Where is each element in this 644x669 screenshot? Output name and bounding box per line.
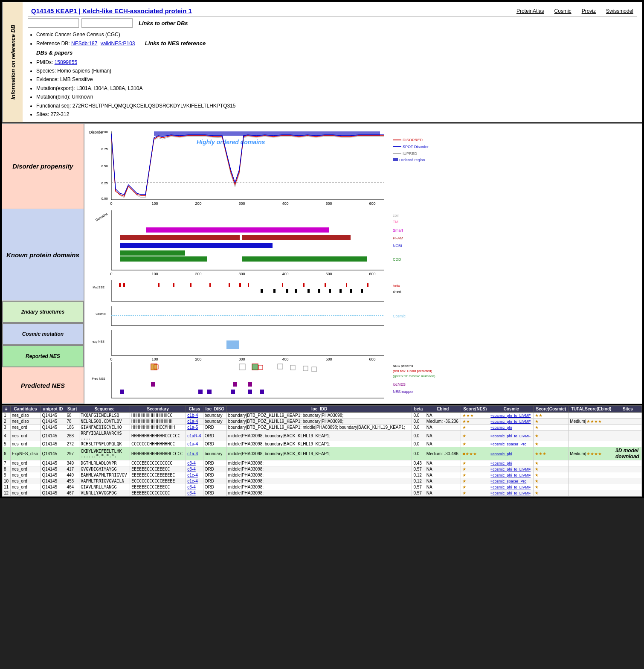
viz-label-column: Disorder propensity Known protein domain…	[2, 124, 84, 404]
table-row: 5 nes_ord Q14145 272 RCHSLTPNFLQMQLQK CC…	[3, 441, 642, 447]
svg-text:300: 300	[238, 357, 245, 361]
svg-rect-41	[273, 289, 276, 293]
svg-text:0.25: 0.25	[101, 181, 108, 185]
bullet-evidence: Evidence: LMB Sensitive	[36, 75, 637, 84]
db-link-proviz[interactable]: Proviz	[582, 8, 596, 14]
table-row: 7 nes_ord Q14145 349 DGTHLRLADLQVPR CCCC…	[3, 460, 642, 466]
expnes-bar	[226, 340, 239, 349]
svg-text:200: 200	[195, 201, 201, 206]
link-validnes[interactable]: validNES:P103	[101, 41, 135, 47]
table-row: 8 nes_ord Q14145 417 GVGVDIGHIYAYGG EEEE…	[3, 466, 642, 472]
table-row: 1 nes_diso Q14145 68 TKQAFGIINELRLSQ HHH…	[3, 413, 642, 419]
cdd-bar-1	[120, 250, 185, 256]
legend-ordered-label: Ordered region	[399, 158, 425, 162]
nesmapper-bar-4	[231, 390, 235, 394]
bullet-pmids: PMIDs: 15899855	[36, 58, 637, 67]
svg-rect-31	[209, 283, 211, 287]
pfam-bar-1	[120, 235, 240, 240]
bullet-species: Species: Homo sapiens (Human)	[36, 67, 637, 75]
col-ebind: Ebind	[425, 406, 461, 413]
table-row: 10 nes_ord Q14145 453 VAPMLTRRIGVGVAILN …	[3, 478, 642, 484]
title-bar: Q14145 KEAP1 | Kelch-like ECH-associated…	[28, 6, 637, 17]
bullet-refdb: Reference DB: NESdb:187 validNES:P103 Li…	[36, 39, 637, 58]
nes-box-4	[278, 364, 283, 369]
label-secondary: 2ndary structures	[2, 301, 84, 323]
label-domains: Known protein domains	[2, 209, 84, 301]
legend-smart: Smart	[393, 228, 403, 233]
table-row: 11 nes_ord Q14145 464 GIAVLNRLLYANGG EEE…	[3, 484, 642, 490]
db-link-proteinatlas[interactable]: ProteinAtlas	[516, 8, 544, 14]
empty-box-1	[28, 18, 79, 28]
label-disorder: Disorder propensity	[2, 124, 84, 209]
svg-text:300: 300	[238, 272, 245, 276]
svg-rect-27	[123, 283, 125, 287]
svg-text:200: 200	[195, 400, 201, 400]
svg-text:0: 0	[110, 272, 112, 276]
db-link-cosmic[interactable]: Cosmic	[554, 8, 571, 14]
svg-text:1.00: 1.00	[101, 130, 108, 134]
svg-rect-47	[339, 289, 342, 293]
prednes-chart: Pred-NES NES patterns (red box: Ebi	[92, 362, 435, 400]
legend-pfam: PFAM	[393, 236, 403, 240]
domains-chart: Domains 0 100 200 300 400 500 600 coil T…	[95, 210, 403, 276]
svg-text:500: 500	[325, 357, 332, 361]
disorder-chart: Disorder 1.00 0.75 0.50 0.25 0.00 0 100 …	[89, 130, 429, 206]
table-row: 2 nes_diso Q14145 78 NELRLSQQ.CDVTLQV HH…	[3, 419, 642, 425]
results-table-section: # Candidates uniprot ID Start Sequence S…	[2, 405, 642, 497]
svg-text:500: 500	[325, 201, 332, 206]
svg-text:400: 400	[282, 357, 288, 361]
ncbi-bar-1	[120, 243, 273, 248]
table-row: 12 nes_ord Q14145 467 VLNRLLYAVGGFDG EEE…	[3, 490, 642, 496]
viz-charts: Disorder 1.00 0.75 0.50 0.25 0.00 0 100 …	[84, 124, 642, 404]
sheet-marks	[261, 289, 363, 293]
svg-rect-40	[261, 289, 263, 293]
nesmapper-bar-2	[198, 390, 203, 394]
col-cosmic: Cosmic	[489, 406, 534, 413]
col-locdiso: loc_DISO	[203, 406, 226, 413]
svg-text:100: 100	[151, 357, 158, 361]
disorder-annotation: Highly ordered domains	[197, 139, 265, 145]
nes-box-6	[303, 366, 308, 371]
svg-rect-34	[248, 283, 249, 287]
nes-box-5	[290, 365, 295, 370]
bullet-func-seq: Functional seq: 272RCHSLTPNFLQMQLQKCEILQ…	[36, 102, 637, 110]
legend-nesmapper: NESmapper	[393, 390, 414, 394]
table-row: 9 nes_ord Q14145 449 EAHMLVAPMLTRRIGVGV …	[3, 472, 642, 478]
nes-box-red-2	[258, 365, 263, 369]
info-sidebar-label: Information on reference DB	[2, 2, 23, 122]
info-bullets-container: Links to other DBs Cosmic Cancer Gene Ce…	[28, 18, 637, 119]
col-tufal: TUFALScore(Ebind)	[569, 406, 614, 413]
svg-text:500: 500	[325, 400, 332, 400]
locnes-bar-3	[248, 382, 252, 387]
3d-model-label: 3D modeldownload	[615, 448, 639, 460]
col-secondary: Secondary	[130, 406, 186, 413]
svg-text:100: 100	[151, 400, 158, 400]
smart-bar-1	[146, 227, 242, 233]
link-nesdb[interactable]: NESdb:187	[71, 41, 97, 47]
smart-bar-2	[242, 227, 329, 233]
cdd-bar-2	[120, 256, 207, 262]
external-db-links: ProteinAtlas Cosmic Proviz Swissmodel	[499, 8, 633, 14]
locnes-bar-1	[151, 382, 155, 387]
svg-rect-32	[229, 283, 230, 287]
svg-rect-39	[367, 283, 368, 287]
link-pmid[interactable]: 15899855	[55, 59, 77, 65]
viz-section: Disorder propensity Known protein domain…	[2, 123, 642, 404]
bullet-mutation-export: Mutation(export): L301A, I304A, L308A, L…	[36, 84, 637, 93]
label-cosmic: Cosmic mutation	[2, 323, 84, 345]
col-sequence: Sequence	[79, 406, 130, 413]
col-start: Start	[65, 406, 79, 413]
nes-box-2	[239, 364, 245, 370]
empty-box-2	[81, 18, 133, 28]
legend-nes-patterns-green: (green fill: Cosmic mutation)	[393, 374, 435, 378]
y-label-cosmic: Cosmic	[96, 312, 106, 315]
svg-text:0: 0	[110, 357, 112, 361]
svg-rect-43	[295, 289, 297, 293]
svg-text:100: 100	[151, 201, 158, 206]
label-reported: Reported NES	[2, 345, 84, 367]
svg-rect-36	[303, 283, 305, 287]
svg-rect-30	[190, 283, 191, 287]
db-link-swissmodel[interactable]: Swissmodel	[606, 8, 633, 14]
col-locidd: loc_IDD	[226, 406, 412, 413]
nesmapper-bar-3	[207, 390, 212, 394]
